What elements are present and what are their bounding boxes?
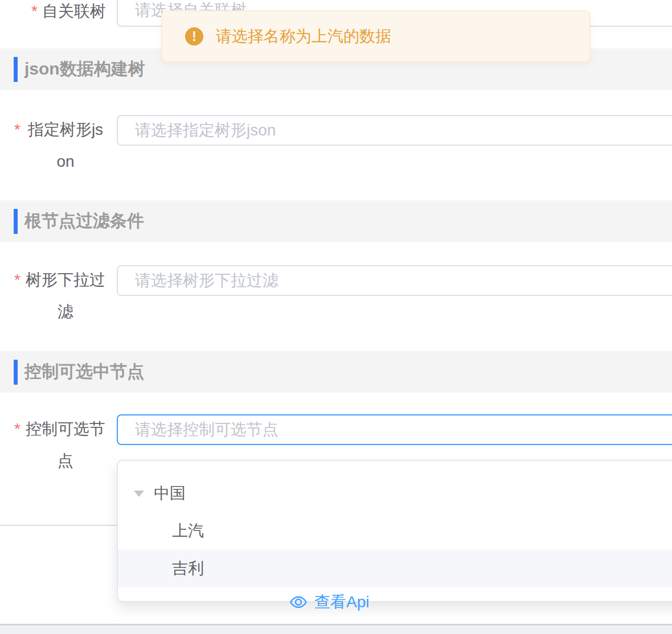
eye-icon — [289, 593, 308, 611]
field-label-text: 树形下拉过滤 — [25, 264, 106, 328]
field-label-selectable-node: * 控制可选节点 — [0, 413, 106, 477]
section-selectable-node: 控制可选中节点 — [0, 351, 672, 393]
view-api-label: 查看Api — [314, 591, 369, 613]
field-label-tree-filter: * 树形下拉过滤 — [0, 264, 106, 328]
field-label-self-tree: * 自关联树 — [0, 0, 106, 27]
tree-node-saic[interactable]: 上汽 — [118, 512, 672, 550]
warning-text: 请选择名称为上汽的数据 — [216, 26, 391, 47]
required-asterisk: * — [14, 264, 21, 328]
footer-bar — [0, 624, 672, 634]
required-asterisk: * — [31, 0, 38, 27]
section-title: 控制可选中节点 — [24, 360, 144, 384]
view-api-link[interactable]: 查看Api — [289, 592, 369, 612]
field-label-text: 自关联树 — [42, 0, 106, 27]
required-asterisk: * — [14, 114, 21, 178]
tree-node-china[interactable]: 中国 — [118, 475, 672, 512]
tree-node-label: 上汽 — [172, 520, 204, 542]
tree-filter-select-input[interactable] — [117, 265, 672, 296]
selectable-node-select-input[interactable] — [117, 414, 672, 445]
section-accent-bar — [14, 360, 18, 385]
tree-select-dropdown: 中国 上汽 吉利 — [117, 460, 672, 602]
section-accent-bar — [14, 209, 18, 234]
warning-filled-icon: ! — [185, 27, 203, 46]
tree-node-geely[interactable]: 吉利 — [118, 550, 672, 587]
caret-down-icon[interactable] — [134, 491, 144, 497]
field-label-text: 指定树形json — [25, 114, 106, 178]
field-label-tree-json: * 指定树形json — [0, 114, 106, 178]
section-title: 根节点过滤条件 — [24, 209, 144, 233]
section-root-filter: 根节点过滤条件 — [0, 200, 672, 242]
required-asterisk: * — [14, 413, 21, 477]
field-label-text: 控制可选节点 — [25, 413, 106, 477]
tree-node-label: 吉利 — [172, 558, 204, 579]
warning-popover: ! 请选择名称为上汽的数据 — [161, 10, 591, 63]
section-accent-bar — [14, 57, 18, 82]
tree-json-select-input[interactable] — [117, 115, 672, 146]
section-title: json数据构建树 — [24, 57, 145, 81]
tree-node-label: 中国 — [154, 483, 186, 504]
